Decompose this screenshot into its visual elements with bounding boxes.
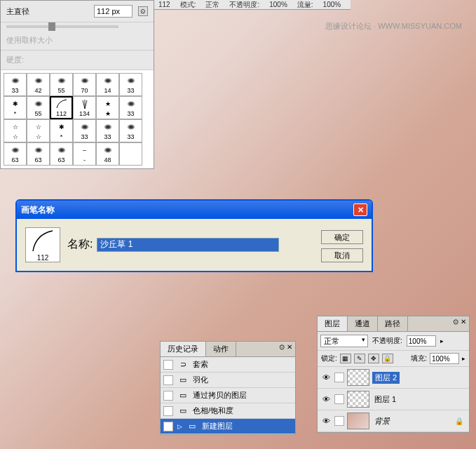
brush-preset-13[interactable]: ☆☆ [27, 119, 50, 142]
lock-icon: 🔒 [455, 417, 463, 425]
flow-value[interactable]: 100% [323, 1, 341, 8]
brush-preset-4[interactable]: 14 [96, 73, 119, 96]
tab-actions[interactable]: 动作 [206, 342, 236, 356]
link-slot[interactable] [334, 416, 344, 426]
visibility-icon[interactable]: 👁 [320, 373, 332, 382]
brush-preset-8[interactable]: 112 [50, 96, 73, 119]
layer-name-label[interactable]: 背景 [372, 415, 392, 427]
history-panel: 历史记录 动作 ⊙ ✕ ⊃套索▭羽化▭通过拷贝的图层▭色相/饱和度▷▭新建图层 [160, 341, 296, 435]
panel-menu-icon[interactable]: ⊙ ✕ [276, 342, 295, 356]
opacity-input[interactable] [407, 335, 436, 347]
brush-preset-20[interactable]: 63 [50, 142, 73, 166]
brush-glyph-icon [8, 145, 22, 156]
opacity-label: 不透明度: [372, 336, 402, 346]
layers-menu-icon[interactable]: ⊙ ✕ [450, 316, 469, 331]
brush-preset-3[interactable]: 70 [73, 73, 96, 96]
layer-thumb[interactable] [347, 369, 369, 386]
layer-row[interactable]: 👁背景🔒 [318, 410, 469, 432]
brush-preset-1[interactable]: 42 [27, 73, 50, 96]
sample-size-row: 使用取样大小 [1, 31, 154, 51]
close-icon[interactable]: ✕ [353, 203, 367, 216]
history-item[interactable]: ▷▭新建图层 [161, 419, 295, 434]
history-item-label: 通过拷贝的图层 [193, 390, 247, 401]
brush-preset-5[interactable]: 33 [119, 73, 142, 96]
link-slot[interactable] [334, 394, 344, 404]
layer-thumb[interactable] [347, 413, 369, 429]
tab-channels[interactable]: 通道 [348, 316, 378, 331]
brush-preset-23[interactable] [119, 142, 142, 166]
brush-preset-14[interactable]: ✱* [50, 119, 73, 142]
brush-glyph-icon [78, 122, 92, 133]
layer-row[interactable]: 👁图层 1 [318, 389, 469, 410]
history-item[interactable]: ▭色相/饱和度 [161, 403, 295, 419]
ok-button[interactable]: 确定 [321, 230, 363, 244]
history-item-label: 新建图层 [202, 421, 233, 431]
tab-layers[interactable]: 图层 [318, 316, 348, 331]
brush-preset-17[interactable]: 33 [119, 119, 142, 142]
lock-position-icon[interactable]: ✥ [368, 354, 379, 363]
brush-size-label: 14 [104, 87, 111, 94]
brush-preset-16[interactable]: 33 [96, 119, 119, 142]
history-type-icon: ▭ [177, 406, 189, 416]
history-state-icon [163, 422, 173, 431]
history-state-icon [163, 406, 173, 416]
brush-preset-0[interactable]: 33 [4, 73, 27, 96]
brush-size-label: ☆ [13, 133, 18, 140]
diameter-arrow-icon[interactable]: ⊙ [138, 6, 148, 16]
brush-panel: 主直径 ⊙ 使用取样大小 硬度: 334255701433✱*55112134★… [0, 0, 154, 169]
history-state-icon [163, 391, 173, 401]
visibility-icon[interactable]: 👁 [320, 394, 332, 404]
tab-paths[interactable]: 路径 [378, 316, 408, 331]
fill-input[interactable] [430, 353, 459, 364]
brush-glyph-icon [124, 99, 138, 109]
brush-name-input[interactable] [97, 238, 279, 252]
lock-transparent-icon[interactable]: ▦ [340, 354, 351, 363]
brush-size-label: 112 [56, 110, 67, 117]
brush-preset-21[interactable]: –- [73, 142, 96, 166]
brush-preset-19[interactable]: 63 [27, 142, 50, 166]
brush-preset-12[interactable]: ☆☆ [4, 119, 27, 142]
history-item[interactable]: ▭通过拷贝的图层 [161, 388, 295, 403]
history-type-icon: ▭ [177, 375, 189, 385]
brush-glyph-icon [32, 76, 46, 86]
brush-size-label: 55 [57, 87, 64, 94]
diameter-slider[interactable] [6, 25, 118, 28]
mode-label: 模式: [180, 0, 196, 10]
brush-preset-11[interactable]: 33 [119, 96, 142, 119]
brush-size-label: 33 [81, 133, 88, 140]
dialog-titlebar[interactable]: 画笔名称 ✕ [17, 201, 372, 219]
name-label: 名称: [67, 237, 93, 252]
history-item[interactable]: ⊃套索 [161, 357, 295, 373]
layer-thumb[interactable] [347, 391, 369, 408]
brush-preset-6[interactable]: ✱* [4, 96, 27, 119]
blend-mode-select[interactable]: 正常 [320, 335, 368, 347]
lock-pixels-icon[interactable]: ✎ [354, 354, 365, 363]
history-item[interactable]: ▭羽化 [161, 373, 295, 388]
brush-preset-7[interactable]: 55 [27, 96, 50, 119]
brush-preset-15[interactable]: 33 [73, 119, 96, 142]
layer-row[interactable]: 👁图层 2 [318, 367, 469, 389]
tab-history[interactable]: 历史记录 [161, 342, 206, 356]
layer-name-label[interactable]: 图层 1 [372, 394, 398, 406]
visibility-icon[interactable]: 👁 [320, 416, 332, 426]
brush-preset-22[interactable]: 48 [96, 142, 119, 166]
brush-preset-2[interactable]: 55 [50, 73, 73, 96]
cancel-button[interactable]: 取消 [321, 248, 363, 262]
layer-name-label[interactable]: 图层 2 [372, 372, 400, 384]
brush-size-label: 63 [57, 156, 64, 163]
brush-glyph-icon [55, 99, 69, 109]
slider-thumb[interactable] [48, 22, 55, 31]
watermark-text: 思缘设计论坛 · WWW.MISSYUAN.COM [325, 21, 462, 32]
fill-arrow-icon[interactable]: ▸ [462, 355, 465, 362]
diameter-input[interactable] [94, 5, 132, 18]
opacity-arrow-icon[interactable]: ▸ [440, 337, 444, 344]
link-slot[interactable] [334, 373, 344, 382]
history-state-icon [163, 360, 173, 370]
brush-preset-10[interactable]: ★★ [96, 96, 119, 119]
mode-value[interactable]: 正常 [205, 0, 219, 10]
lock-label: 锁定: [321, 354, 337, 363]
opacity-value[interactable]: 100% [269, 1, 287, 8]
lock-all-icon[interactable]: 🔒 [382, 354, 393, 363]
brush-preset-9[interactable]: 134 [73, 96, 96, 119]
brush-preset-18[interactable]: 63 [4, 142, 27, 166]
